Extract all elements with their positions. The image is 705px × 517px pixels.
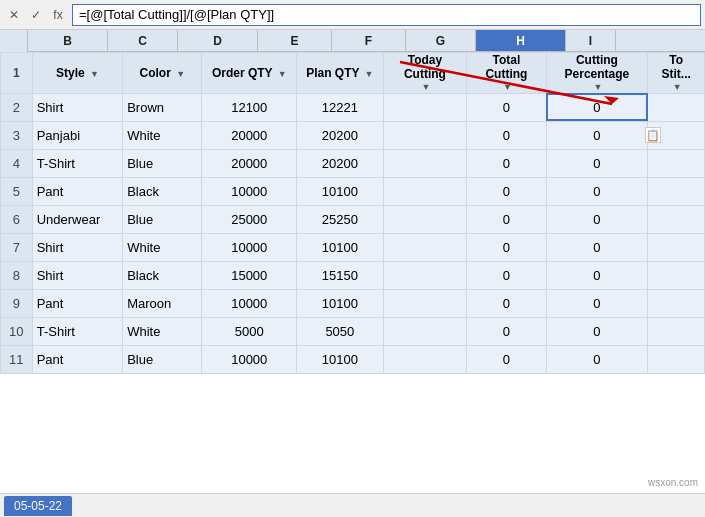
confirm-button[interactable]: ✓ (26, 5, 46, 25)
cell-9-3[interactable]: 10100 (297, 345, 383, 373)
cell-1-3[interactable]: 20200 (297, 121, 383, 149)
cell-8-5[interactable]: 0 (467, 317, 546, 345)
cell-7-5[interactable]: 0 (467, 289, 546, 317)
cell-4-3[interactable]: 25250 (297, 205, 383, 233)
cell-1-2[interactable]: 20000 (202, 121, 297, 149)
cell-7-3[interactable]: 10100 (297, 289, 383, 317)
col-header-label-6[interactable]: CuttingPercentage ▼ (546, 53, 648, 94)
cell-4-1[interactable]: Blue (123, 205, 202, 233)
cell-9-7[interactable] (648, 345, 705, 373)
cell-2-1[interactable]: Blue (123, 149, 202, 177)
col-header-G[interactable]: G (406, 30, 476, 51)
cell-3-1[interactable]: Black (123, 177, 202, 205)
cell-8-7[interactable] (648, 317, 705, 345)
cell-8-6[interactable]: 0 (546, 317, 648, 345)
col-header-label-7[interactable]: ToStit... ▼ (648, 53, 705, 94)
cell-9-6[interactable]: 0 (546, 345, 648, 373)
cell-3-6[interactable]: 0 (546, 177, 648, 205)
cell-9-1[interactable]: Blue (123, 345, 202, 373)
sheet-tab[interactable]: 05-05-22 (4, 496, 72, 516)
col-header-B[interactable]: B (28, 30, 108, 51)
cell-1-4[interactable] (383, 121, 467, 149)
cell-6-7[interactable] (648, 261, 705, 289)
paste-options-icon[interactable]: 📋 (645, 127, 661, 143)
col-header-F[interactable]: F (332, 30, 406, 51)
cell-2-2[interactable]: 20000 (202, 149, 297, 177)
cell-2-7[interactable] (648, 149, 705, 177)
cell-7-4[interactable] (383, 289, 467, 317)
cell-5-5[interactable]: 0 (467, 233, 546, 261)
cell-6-5[interactable]: 0 (467, 261, 546, 289)
cell-3-3[interactable]: 10100 (297, 177, 383, 205)
cell-6-2[interactable]: 15000 (202, 261, 297, 289)
cancel-button[interactable]: ✕ (4, 5, 24, 25)
col-header-label-5[interactable]: TotalCutting ▼ (467, 53, 546, 94)
cell-3-2[interactable]: 10000 (202, 177, 297, 205)
cell-5-2[interactable]: 10000 (202, 233, 297, 261)
cell-6-3[interactable]: 15150 (297, 261, 383, 289)
cell-9-2[interactable]: 10000 (202, 345, 297, 373)
cell-6-0[interactable]: Shirt (32, 261, 123, 289)
cell-8-1[interactable]: White (123, 317, 202, 345)
col-header-label-3[interactable]: Plan QTY ▼ (297, 53, 383, 94)
cell-6-1[interactable]: Black (123, 261, 202, 289)
cell-5-0[interactable]: Shirt (32, 233, 123, 261)
cell-2-3[interactable]: 20200 (297, 149, 383, 177)
cell-2-6[interactable]: 0 (546, 149, 648, 177)
cell-0-7[interactable] (648, 93, 705, 121)
col-header-E[interactable]: E (258, 30, 332, 51)
cell-7-7[interactable] (648, 289, 705, 317)
cell-1-6[interactable]: 0📋 (546, 121, 648, 149)
cell-0-3[interactable]: 12221 (297, 93, 383, 121)
cell-9-0[interactable]: Pant (32, 345, 123, 373)
cell-7-0[interactable]: Pant (32, 289, 123, 317)
col-header-D[interactable]: D (178, 30, 258, 51)
col-header-label-4[interactable]: TodayCutting ▼ (383, 53, 467, 94)
cell-7-6[interactable]: 0 (546, 289, 648, 317)
cell-4-2[interactable]: 25000 (202, 205, 297, 233)
cell-0-5[interactable]: 0 (467, 93, 546, 121)
cell-4-0[interactable]: Underwear (32, 205, 123, 233)
cell-0-2[interactable]: 12100 (202, 93, 297, 121)
formula-input[interactable] (72, 4, 701, 26)
cell-0-6[interactable]: 0 (546, 93, 648, 121)
cell-6-6[interactable]: 0 (546, 261, 648, 289)
cell-8-3[interactable]: 5050 (297, 317, 383, 345)
cell-1-5[interactable]: 0 (467, 121, 546, 149)
col-header-H[interactable]: H (476, 30, 566, 51)
cell-5-4[interactable] (383, 233, 467, 261)
cell-9-5[interactable]: 0 (467, 345, 546, 373)
cell-1-0[interactable]: Panjabi (32, 121, 123, 149)
cell-3-7[interactable] (648, 177, 705, 205)
cell-2-5[interactable]: 0 (467, 149, 546, 177)
col-header-I[interactable]: I (566, 30, 616, 51)
cell-7-1[interactable]: Maroon (123, 289, 202, 317)
cell-0-0[interactable]: Shirt (32, 93, 123, 121)
col-header-label-2[interactable]: Order QTY ▼ (202, 53, 297, 94)
function-button[interactable]: fx (48, 5, 68, 25)
cell-0-1[interactable]: Brown (123, 93, 202, 121)
cell-5-1[interactable]: White (123, 233, 202, 261)
cell-5-7[interactable] (648, 233, 705, 261)
cell-3-5[interactable]: 0 (467, 177, 546, 205)
cell-6-4[interactable] (383, 261, 467, 289)
col-header-C[interactable]: C (108, 30, 178, 51)
cell-7-2[interactable]: 10000 (202, 289, 297, 317)
cell-5-3[interactable]: 10100 (297, 233, 383, 261)
cell-4-7[interactable] (648, 205, 705, 233)
cell-4-5[interactable]: 0 (467, 205, 546, 233)
cell-8-4[interactable] (383, 317, 467, 345)
cell-3-0[interactable]: Pant (32, 177, 123, 205)
cell-2-0[interactable]: T-Shirt (32, 149, 123, 177)
cell-8-2[interactable]: 5000 (202, 317, 297, 345)
cell-2-4[interactable] (383, 149, 467, 177)
cell-9-4[interactable] (383, 345, 467, 373)
cell-1-1[interactable]: White (123, 121, 202, 149)
cell-4-4[interactable] (383, 205, 467, 233)
cell-5-6[interactable]: 0 (546, 233, 648, 261)
col-header-label-0[interactable]: Style ▼ (32, 53, 123, 94)
cell-4-6[interactable]: 0 (546, 205, 648, 233)
cell-0-4[interactable] (383, 93, 467, 121)
col-header-label-1[interactable]: Color ▼ (123, 53, 202, 94)
cell-3-4[interactable] (383, 177, 467, 205)
